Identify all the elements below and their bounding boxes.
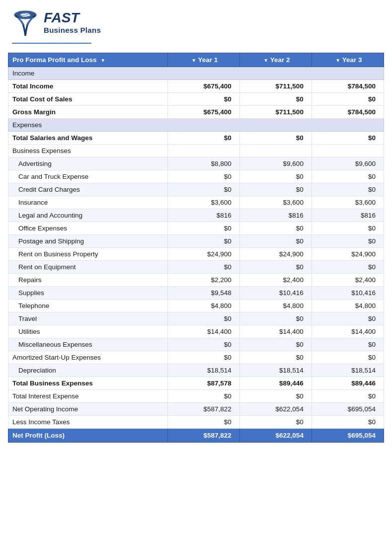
row-label: Total Interest Expense bbox=[8, 390, 168, 403]
row-val-3: $0 bbox=[312, 170, 384, 183]
row-label: Total Cost of Sales bbox=[8, 93, 168, 106]
table-row: Travel $0 $0 $0 bbox=[8, 312, 384, 325]
row-val-3: $9,600 bbox=[312, 157, 384, 170]
row-val-3 bbox=[312, 145, 384, 157]
row-val-1: $0 bbox=[167, 235, 239, 248]
row-label: Postage and Shipping bbox=[8, 235, 168, 248]
col-dropdown-icon-1[interactable]: ▼ bbox=[263, 58, 268, 63]
row-val-2: $14,400 bbox=[239, 325, 312, 338]
row-val-1: $675,400 bbox=[167, 80, 239, 93]
row-val-1: $0 bbox=[167, 338, 239, 351]
row-val-1: $3,600 bbox=[167, 196, 239, 209]
row-val-1: $0 bbox=[167, 222, 239, 235]
row-val-2: $10,416 bbox=[239, 287, 312, 300]
row-label: Telephone bbox=[8, 300, 168, 312]
tornado-icon bbox=[12, 9, 39, 36]
table-row: Expenses bbox=[8, 119, 384, 132]
row-val-2: $0 bbox=[239, 351, 312, 364]
row-val-2: $24,900 bbox=[239, 248, 312, 261]
row-label: Total Business Expenses bbox=[8, 377, 168, 390]
row-val-2: $4,800 bbox=[239, 300, 312, 312]
row-val-1: $0 bbox=[167, 351, 239, 364]
row-val-1: $0 bbox=[167, 416, 239, 429]
row-val-2: $0 bbox=[239, 132, 312, 145]
row-val-2: $0 bbox=[239, 416, 312, 429]
row-val-3: $695,054 bbox=[312, 403, 384, 416]
col-header-1[interactable]: ▼ Year 2 bbox=[239, 53, 312, 67]
table-row: Office Expenses $0 $0 $0 bbox=[8, 222, 384, 235]
net-profit-val-2: $622,054 bbox=[239, 429, 312, 443]
row-label: Total Salaries and Wages bbox=[8, 132, 168, 145]
table-row: Rent on Business Property $24,900 $24,90… bbox=[8, 248, 384, 261]
row-val-1: $587,822 bbox=[167, 403, 239, 416]
table-row: Total Interest Expense $0 $0 $0 bbox=[8, 390, 384, 403]
col-dropdown-icon-2[interactable]: ▼ bbox=[335, 58, 340, 63]
row-label: Less Income Taxes bbox=[8, 416, 168, 429]
profit-loss-table: Pro Forma Profit and Loss ▼ ▼ Year 1 ▼ Y… bbox=[8, 53, 384, 443]
row-label: Rent on Business Property bbox=[8, 248, 168, 261]
row-val-1: $0 bbox=[167, 390, 239, 403]
row-val-3: $3,600 bbox=[312, 196, 384, 209]
row-val-3: $784,500 bbox=[312, 106, 384, 119]
row-val-3: $0 bbox=[312, 416, 384, 429]
row-val-3: $4,800 bbox=[312, 300, 384, 312]
profit-loss-table-container: Pro Forma Profit and Loss ▼ ▼ Year 1 ▼ Y… bbox=[8, 53, 384, 443]
row-label: Net Operating Income bbox=[8, 403, 168, 416]
row-val-2: $711,500 bbox=[239, 106, 312, 119]
table-row: Insurance $3,600 $3,600 $3,600 bbox=[8, 196, 384, 209]
table-row: Total Business Expenses $87,578 $89,446 … bbox=[8, 377, 384, 390]
row-label: Total Income bbox=[8, 80, 168, 93]
row-val-2: $0 bbox=[239, 312, 312, 325]
row-label: Miscellaneous Expenses bbox=[8, 338, 168, 351]
row-val-2: $2,400 bbox=[239, 274, 312, 287]
table-row: Gross Margin $675,400 $711,500 $784,500 bbox=[8, 106, 384, 119]
row-val-1: $0 bbox=[167, 170, 239, 183]
row-val-3: $89,446 bbox=[312, 377, 384, 390]
row-val-2: $0 bbox=[239, 170, 312, 183]
row-val-2 bbox=[239, 145, 312, 157]
table-row: Depreciation $18,514 $18,514 $18,514 bbox=[8, 364, 384, 377]
brand-text: FAST Business Plans bbox=[44, 10, 101, 34]
row-val-2: $0 bbox=[239, 261, 312, 274]
title-dropdown-icon[interactable]: ▼ bbox=[100, 58, 105, 63]
row-val-2: $622,054 bbox=[239, 403, 312, 416]
table-row: Rent on Equipment $0 $0 $0 bbox=[8, 261, 384, 274]
col-header-0[interactable]: ▼ Year 1 bbox=[167, 53, 239, 67]
row-val-2: $711,500 bbox=[239, 80, 312, 93]
page-header: FAST Business Plans bbox=[0, 0, 392, 41]
row-val-1: $24,900 bbox=[167, 248, 239, 261]
table-row: Credit Card Charges $0 $0 $0 bbox=[8, 183, 384, 196]
row-val-3: $0 bbox=[312, 93, 384, 106]
table-row: Miscellaneous Expenses $0 $0 $0 bbox=[8, 338, 384, 351]
table-row: Repairs $2,200 $2,400 $2,400 bbox=[8, 274, 384, 287]
row-val-3: $14,400 bbox=[312, 325, 384, 338]
row-label: Travel bbox=[8, 312, 168, 325]
net-profit-label: Net Profit (Loss) bbox=[8, 429, 168, 443]
row-val-3: $10,416 bbox=[312, 287, 384, 300]
col-header-title: Pro Forma Profit and Loss ▼ bbox=[8, 53, 168, 67]
row-label: Credit Card Charges bbox=[8, 183, 168, 196]
row-val-1: $4,800 bbox=[167, 300, 239, 312]
row-label: Supplies bbox=[8, 287, 168, 300]
row-val-1: $0 bbox=[167, 261, 239, 274]
row-val-1: $0 bbox=[167, 183, 239, 196]
col-dropdown-icon-0[interactable]: ▼ bbox=[191, 58, 196, 63]
row-val-1: $0 bbox=[167, 132, 239, 145]
row-val-3: $0 bbox=[312, 351, 384, 364]
section-header-label: Expenses bbox=[8, 119, 384, 132]
table-header-row: Pro Forma Profit and Loss ▼ ▼ Year 1 ▼ Y… bbox=[8, 53, 384, 67]
row-val-3: $2,400 bbox=[312, 274, 384, 287]
table-row: Utilities $14,400 $14,400 $14,400 bbox=[8, 325, 384, 338]
row-val-1: $18,514 bbox=[167, 364, 239, 377]
col-header-2[interactable]: ▼ Year 3 bbox=[312, 53, 384, 67]
row-val-2: $0 bbox=[239, 235, 312, 248]
row-val-1: $0 bbox=[167, 312, 239, 325]
row-label: Utilities bbox=[8, 325, 168, 338]
row-val-3: $0 bbox=[312, 235, 384, 248]
row-label: Car and Truck Expense bbox=[8, 170, 168, 183]
row-val-2: $89,446 bbox=[239, 377, 312, 390]
row-label: Business Expenses bbox=[8, 145, 168, 157]
row-val-1: $14,400 bbox=[167, 325, 239, 338]
table-row: Postage and Shipping $0 $0 $0 bbox=[8, 235, 384, 248]
row-label: Amortized Start-Up Expenses bbox=[8, 351, 168, 364]
